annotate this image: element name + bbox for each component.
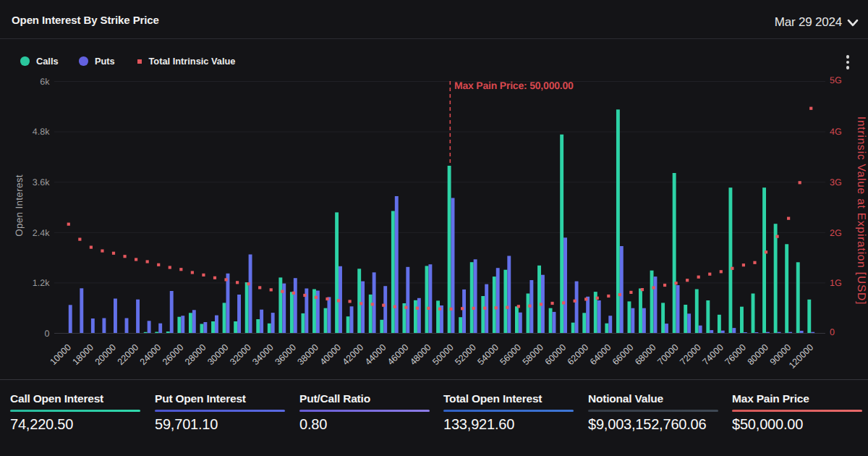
svg-text:28000: 28000 bbox=[183, 342, 208, 368]
svg-text:70000: 70000 bbox=[655, 342, 681, 368]
svg-text:120000: 120000 bbox=[787, 342, 815, 371]
svg-text:66000: 66000 bbox=[610, 342, 636, 368]
svg-text:38000: 38000 bbox=[296, 342, 321, 368]
svg-text:1G: 1G bbox=[830, 278, 842, 288]
svg-text:2.4k: 2.4k bbox=[33, 228, 50, 238]
svg-text:80000: 80000 bbox=[746, 342, 771, 368]
svg-text:10000: 10000 bbox=[48, 342, 73, 368]
svg-text:40000: 40000 bbox=[318, 342, 344, 368]
svg-text:74000: 74000 bbox=[700, 342, 726, 368]
svg-text:68000: 68000 bbox=[633, 342, 658, 368]
svg-text:36000: 36000 bbox=[273, 342, 298, 368]
svg-text:34000: 34000 bbox=[250, 342, 276, 368]
svg-text:26000: 26000 bbox=[161, 342, 186, 368]
svg-text:58000: 58000 bbox=[521, 342, 546, 368]
svg-text:20000: 20000 bbox=[93, 342, 119, 368]
svg-text:54000: 54000 bbox=[475, 342, 501, 368]
svg-text:1.2k: 1.2k bbox=[33, 278, 50, 288]
svg-text:50000: 50000 bbox=[430, 342, 456, 368]
svg-text:22000: 22000 bbox=[116, 342, 141, 368]
svg-text:48000: 48000 bbox=[408, 342, 433, 368]
svg-text:24000: 24000 bbox=[138, 342, 163, 368]
svg-text:0: 0 bbox=[45, 329, 50, 339]
svg-text:18000: 18000 bbox=[71, 342, 96, 368]
svg-text:4G: 4G bbox=[830, 127, 842, 137]
svg-text:Intrinsic Value at Expiration: Intrinsic Value at Expiration [USD] bbox=[855, 117, 867, 305]
svg-text:2G: 2G bbox=[830, 228, 842, 238]
svg-text:44000: 44000 bbox=[363, 342, 388, 368]
svg-text:32000: 32000 bbox=[228, 342, 253, 368]
svg-text:52000: 52000 bbox=[453, 342, 478, 368]
svg-text:6k: 6k bbox=[40, 77, 50, 87]
svg-text:Max Pain Price: 50,000.00: Max Pain Price: 50,000.00 bbox=[454, 80, 574, 91]
svg-text:0: 0 bbox=[830, 327, 835, 337]
svg-text:4.8k: 4.8k bbox=[33, 127, 50, 137]
svg-text:3.6k: 3.6k bbox=[33, 177, 50, 187]
svg-text:30000: 30000 bbox=[205, 342, 231, 368]
svg-text:76000: 76000 bbox=[723, 342, 749, 368]
svg-text:5G: 5G bbox=[830, 75, 842, 85]
svg-text:56000: 56000 bbox=[498, 342, 524, 368]
svg-text:62000: 62000 bbox=[566, 342, 591, 368]
svg-text:Open Interest: Open Interest bbox=[14, 174, 25, 237]
svg-text:3G: 3G bbox=[830, 177, 842, 187]
svg-text:72000: 72000 bbox=[678, 342, 703, 368]
svg-text:42000: 42000 bbox=[341, 342, 366, 368]
svg-text:46000: 46000 bbox=[386, 342, 411, 368]
svg-text:60000: 60000 bbox=[543, 342, 569, 368]
svg-text:64000: 64000 bbox=[588, 342, 613, 368]
